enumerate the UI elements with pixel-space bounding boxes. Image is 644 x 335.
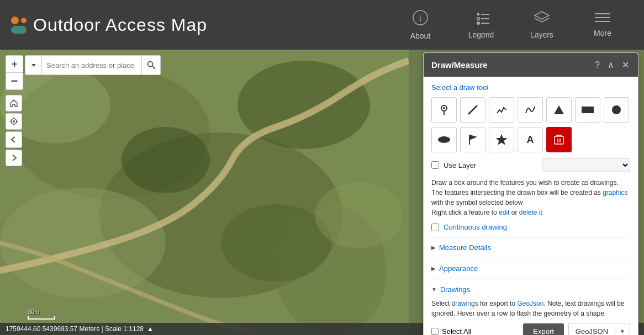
drawings-label: Drawings bbox=[440, 285, 470, 294]
draw-pin-btn[interactable] bbox=[431, 97, 457, 123]
nav-legend[interactable]: Legend bbox=[451, 0, 511, 50]
measure-details-header[interactable]: ▶ Measure Details bbox=[431, 242, 630, 253]
select-all-checkbox[interactable] bbox=[431, 328, 439, 335]
draw-star-btn[interactable] bbox=[489, 127, 514, 152]
draw-text-btn[interactable]: A bbox=[518, 127, 543, 152]
coords-expand-btn[interactable]: ▲ bbox=[147, 325, 154, 333]
app-title: Outdoor Access Map bbox=[33, 15, 207, 35]
draw-flag-btn[interactable] bbox=[460, 127, 485, 152]
logo-dot-1 bbox=[11, 17, 19, 24]
description-text: Draw a box around the features you wish … bbox=[431, 178, 630, 217]
main-nav: i About Legend bbox=[390, 0, 633, 50]
panel-header: Draw/Measure ? ∧ ✕ bbox=[424, 53, 638, 77]
draw-curve-btn[interactable] bbox=[518, 97, 543, 123]
home-btn[interactable] bbox=[6, 95, 22, 111]
svg-point-19 bbox=[221, 204, 331, 281]
nav-more-label: More bbox=[594, 29, 611, 38]
draw-triangle-btn[interactable] bbox=[546, 97, 572, 123]
svg-marker-2 bbox=[477, 13, 479, 15]
geojson-chevron-btn[interactable]: ▼ bbox=[615, 323, 630, 335]
coordinates-text: 1759444.60 5439693.57 Meters | Scale 1:1… bbox=[6, 325, 144, 333]
draw-delete-btn[interactable] bbox=[546, 127, 572, 152]
draw-polyline-btn[interactable] bbox=[489, 97, 514, 123]
draw-rectangle-btn[interactable] bbox=[575, 97, 600, 123]
appearance-label: Appearance bbox=[439, 264, 478, 273]
export-row: Select All Export GeoJSON ▼ bbox=[431, 323, 630, 335]
svg-rect-36 bbox=[582, 107, 594, 113]
svg-point-18 bbox=[122, 127, 210, 193]
layer-dropdown[interactable] bbox=[542, 158, 630, 172]
select-all-row: Select All bbox=[431, 327, 471, 335]
logo-dot-2 bbox=[21, 18, 27, 23]
appearance-chevron: ▶ bbox=[431, 265, 436, 272]
use-layer-label: Use Layer bbox=[444, 161, 476, 169]
locate-btn[interactable] bbox=[6, 113, 22, 130]
panel-collapse-btn[interactable]: ∧ bbox=[606, 59, 615, 71]
zoom-in-btn[interactable]: + bbox=[6, 56, 23, 72]
export-btn[interactable]: Export bbox=[523, 323, 564, 335]
svg-marker-8 bbox=[535, 12, 549, 19]
nav-about-label: About bbox=[410, 31, 431, 40]
draw-measure-panel: Draw/Measure ? ∧ ✕ Select a draw tool bbox=[423, 52, 638, 335]
map-container[interactable]: + − 30m 1759444.60 5439693.57 Meters | S… bbox=[0, 50, 644, 335]
search-dropdown-btn[interactable] bbox=[25, 56, 42, 75]
svg-marker-40 bbox=[469, 135, 477, 140]
drawings-description: Select drawings for export to GeoJson. N… bbox=[431, 299, 630, 318]
continuous-drawing-row: Continuous drawing bbox=[431, 223, 630, 231]
back-btn[interactable] bbox=[6, 131, 22, 148]
nav-layers-label: Layers bbox=[530, 30, 553, 39]
scale-ruler bbox=[28, 316, 55, 320]
forward-btn[interactable] bbox=[6, 150, 22, 166]
left-toolbar bbox=[6, 95, 22, 166]
zoom-controls: + − bbox=[6, 55, 23, 94]
geojson-dropdown: GeoJSON ▼ bbox=[568, 323, 630, 335]
panel-help-btn[interactable]: ? bbox=[594, 59, 601, 71]
measure-details-section: ▶ Measure Details bbox=[431, 237, 630, 258]
panel-title: Draw/Measure bbox=[431, 60, 488, 70]
use-layer-row: Use Layer bbox=[431, 158, 630, 172]
draw-ellipse-btn[interactable] bbox=[431, 127, 457, 152]
continuous-drawing-checkbox[interactable] bbox=[431, 224, 439, 231]
logo-dot-3 bbox=[11, 26, 27, 34]
nav-legend-label: Legend bbox=[468, 30, 494, 39]
more-icon bbox=[595, 12, 610, 25]
panel-body: Select a draw tool bbox=[424, 77, 638, 335]
app-header: Outdoor Access Map i About bbox=[0, 0, 644, 50]
svg-point-6 bbox=[477, 22, 480, 25]
search-submit-btn[interactable] bbox=[141, 56, 160, 75]
svg-point-21 bbox=[315, 182, 403, 248]
svg-marker-4 bbox=[477, 18, 479, 20]
panel-close-btn[interactable]: ✕ bbox=[621, 59, 630, 71]
svg-text:i: i bbox=[419, 13, 422, 23]
drawings-header[interactable]: ▼ Drawings bbox=[431, 284, 630, 295]
scale-label: 30m bbox=[28, 309, 39, 315]
nav-layers[interactable]: Layers bbox=[511, 0, 572, 50]
svg-marker-41 bbox=[496, 134, 508, 145]
logo: Outdoor Access Map bbox=[11, 15, 207, 35]
search-bar bbox=[25, 55, 161, 75]
svg-line-24 bbox=[152, 66, 155, 69]
scale-bar: 30m bbox=[28, 306, 55, 320]
measure-details-label: Measure Details bbox=[439, 243, 491, 252]
layers-icon bbox=[534, 10, 550, 27]
draw-line-btn[interactable] bbox=[460, 97, 485, 123]
drawings-section: ▼ Drawings Select drawings for export to… bbox=[431, 279, 630, 335]
svg-point-23 bbox=[147, 62, 152, 67]
svg-point-32 bbox=[443, 107, 445, 109]
nav-more[interactable]: More bbox=[572, 0, 633, 50]
svg-marker-35 bbox=[554, 105, 564, 114]
svg-point-38 bbox=[438, 136, 450, 143]
map-terrain-svg bbox=[0, 50, 409, 335]
continuous-drawing-label: Continuous drawing bbox=[444, 223, 507, 231]
svg-point-26 bbox=[13, 120, 15, 123]
zoom-out-btn[interactable]: − bbox=[6, 73, 23, 89]
legend-icon bbox=[472, 10, 490, 27]
svg-rect-42 bbox=[555, 136, 563, 144]
draw-circle-btn[interactable] bbox=[604, 97, 629, 123]
search-input[interactable] bbox=[42, 56, 141, 75]
geojson-btn[interactable]: GeoJSON bbox=[568, 323, 615, 335]
nav-about[interactable]: i About bbox=[390, 0, 451, 50]
appearance-header[interactable]: ▶ Appearance bbox=[431, 263, 630, 274]
use-layer-checkbox[interactable] bbox=[431, 161, 439, 169]
drawings-chevron: ▼ bbox=[431, 286, 437, 293]
